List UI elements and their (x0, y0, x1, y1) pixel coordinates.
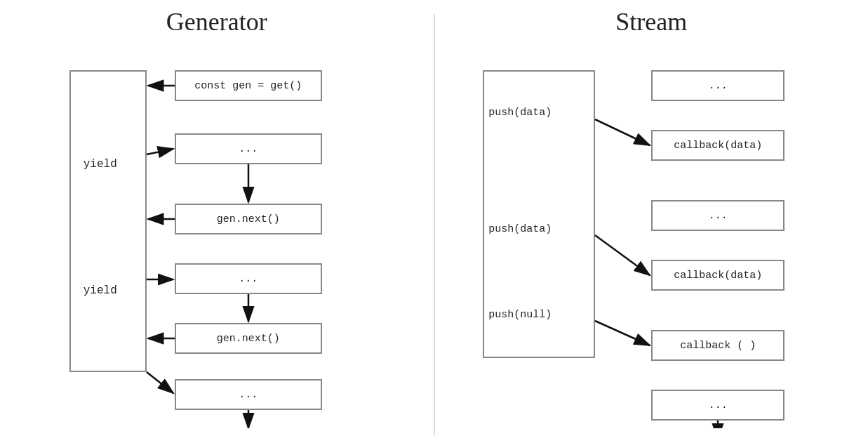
main-container: Generator yield yield const gen = get() … (0, 0, 868, 443)
generator-state-box (69, 70, 147, 372)
stream-diagram: push(data) push(data) push(null) ... cal… (476, 49, 827, 428)
gen-box-6: ... (175, 379, 322, 410)
stream-side: Stream push(data) push(data) push(null) … (435, 0, 869, 443)
svg-line-3 (147, 149, 173, 154)
stream-box-1: ... (651, 70, 784, 101)
gen-box-5: gen.next() (175, 323, 322, 354)
gen-box-3: gen.next() (175, 204, 322, 234)
gen-box-4: ... (175, 263, 322, 294)
stream-box-6: ... (651, 390, 784, 421)
generator-side: Generator yield yield const gen = get() … (0, 0, 434, 443)
svg-line-12 (595, 119, 650, 145)
push-label-1: push(data) (488, 107, 552, 119)
svg-line-13 (595, 235, 650, 275)
push-label-3: push(null) (488, 309, 552, 321)
svg-line-14 (595, 321, 650, 345)
generator-diagram: yield yield const gen = get() ... gen.ne… (62, 49, 371, 428)
svg-line-9 (147, 372, 173, 393)
gen-box-2: ... (175, 133, 322, 164)
stream-box-4: callback(data) (651, 260, 784, 291)
stream-box-5: callback ( ) (651, 330, 784, 361)
yield-label-2: yield (84, 284, 117, 297)
generator-title: Generator (166, 7, 267, 37)
yield-label-1: yield (84, 158, 117, 171)
stream-box-2: callback(data) (651, 130, 784, 161)
push-label-2: push(data) (488, 223, 552, 235)
gen-box-1: const gen = get() (175, 70, 322, 101)
stream-title: Stream (615, 7, 687, 37)
stream-box-3: ... (651, 200, 784, 231)
